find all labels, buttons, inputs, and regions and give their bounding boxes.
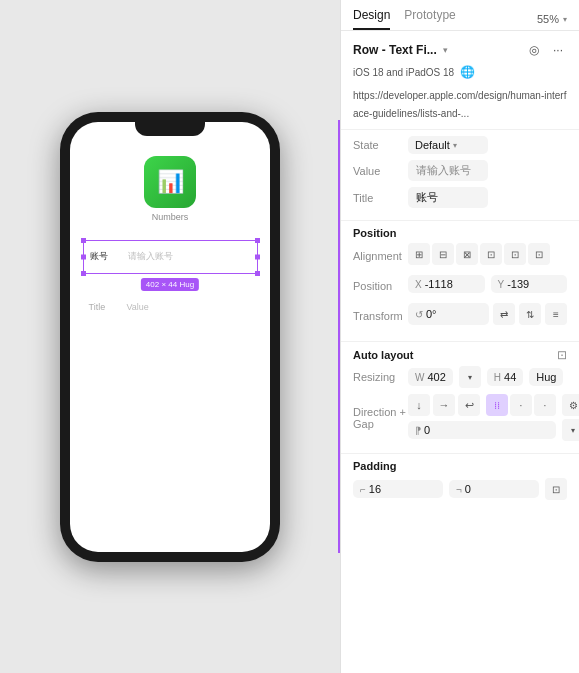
handle-bottom-left[interactable] (81, 271, 86, 276)
align-right-icon[interactable]: ⊠ (456, 243, 478, 265)
transform-label: Transform (353, 310, 408, 322)
dir-down-icon[interactable]: ↓ (408, 394, 430, 416)
selected-component[interactable]: 账号 请输入账号 402 × 44 Hug (83, 240, 258, 274)
w-dropdown-icon[interactable]: ▾ (459, 366, 481, 388)
align-start-icon[interactable]: ⁞⁞ (486, 394, 508, 416)
size-label: 402 × 44 Hug (141, 278, 199, 291)
y-value: -139 (507, 278, 529, 290)
phone-notch (135, 122, 205, 136)
title-icons: ◎ ··· (525, 41, 567, 59)
align-top-icon[interactable]: ⊡ (480, 243, 502, 265)
height-field[interactable]: H 44 (487, 368, 523, 386)
state-control: Default ▾ (408, 136, 567, 154)
transform-row: Transform ↺ 0° ⇄ ⇅ ≡ (353, 303, 567, 329)
title-row: Title 账号 (353, 187, 567, 208)
vertical-guide-line (338, 120, 340, 553)
alignment-buttons: ⊞ ⊟ ⊠ ⊡ ⊡ ⊡ (408, 243, 550, 265)
state-row: State Default ▾ (353, 136, 567, 154)
alignment-label: Alignment (353, 250, 408, 262)
flip-h-icon[interactable]: ⇄ (493, 303, 515, 325)
field-title-text: 账号 (90, 250, 128, 263)
component-title: Row - Text Fi... (353, 43, 437, 57)
angle-field[interactable]: ↺ 0° (408, 303, 489, 325)
settings-icon[interactable]: ⚙ (562, 394, 579, 416)
below-row: Title Value (83, 302, 258, 312)
value-label: Value (353, 165, 408, 177)
position-section-header: Position (341, 220, 579, 241)
layout-align-buttons: ⁞⁞ · · (486, 394, 556, 416)
below-title-text: Title (89, 302, 127, 312)
dir-right-icon[interactable]: → (433, 394, 455, 416)
title-label: Title (353, 192, 408, 204)
handle-mid-left[interactable] (81, 254, 86, 259)
transform-controls: ↺ 0° ⇄ ⇅ ≡ (408, 303, 567, 325)
padding-right-field[interactable]: ¬ 0 (449, 480, 539, 498)
gap-field[interactable]: ⁋ 0 (408, 421, 556, 439)
tab-design[interactable]: Design (353, 8, 390, 30)
x-label: X (415, 279, 422, 290)
link-row: https://developer.apple.com/design/human… (341, 83, 579, 129)
more-transform-icon[interactable]: ≡ (545, 303, 567, 325)
direction-row: Direction + Gap ↓ → ↩ ⁞⁞ · · ⚙ (353, 394, 567, 441)
auto-layout-header: Auto layout ⊡ (341, 341, 579, 364)
auto-layout-expand-icon[interactable]: ⊡ (557, 348, 567, 362)
auto-layout-section: Resizing W 402 ▾ H 44 Hug Direction + Ga… (341, 364, 579, 453)
h-value: 44 (504, 371, 516, 383)
tab-prototype[interactable]: Prototype (404, 8, 455, 30)
align-left-icon[interactable]: ⊞ (408, 243, 430, 265)
gap-row: ⁋ 0 ▾ (408, 419, 579, 441)
x-field[interactable]: X -1118 (408, 275, 485, 293)
tabs-bar: Design Prototype 55% ▾ (341, 0, 579, 31)
padding-left-field[interactable]: ⌐ 16 (353, 480, 443, 498)
resizing-row: Resizing W 402 ▾ H 44 Hug (353, 366, 567, 388)
padding-left-icon: ⌐ (360, 484, 366, 495)
app-icon: 📊 (144, 156, 196, 208)
zoom-group: 55% ▾ (537, 13, 567, 25)
expand-padding-icon[interactable]: ⊡ (545, 478, 567, 500)
flip-v-icon[interactable]: ⇅ (519, 303, 541, 325)
phone-screen: 📊 Numbers 账号 请输入账号 402 × 44 Hug (70, 122, 270, 552)
ios-row: iOS 18 and iPadOS 18 🌐 (341, 63, 579, 83)
handle-top-right[interactable] (255, 238, 260, 243)
align-center-icon[interactable]: ⊟ (432, 243, 454, 265)
padding-right-icon: ¬ (456, 484, 462, 495)
value-chip[interactable]: 请输入账号 (408, 160, 488, 181)
chevron-down-icon-title[interactable]: ▾ (443, 45, 448, 55)
gap-icon: ⁋ (415, 425, 421, 436)
hug-badge[interactable]: Hug (529, 368, 563, 386)
dir-wrap-icon[interactable]: ↩ (458, 394, 480, 416)
padding-header: Padding (341, 453, 579, 474)
gap-dropdown-icon[interactable]: ▾ (562, 419, 579, 441)
align-end-icon[interactable]: · (534, 394, 556, 416)
ios-badge: iOS 18 and iPadOS 18 (353, 67, 454, 78)
resize-controls: W 402 ▾ H 44 Hug (408, 366, 567, 388)
state-dropdown[interactable]: Default ▾ (408, 136, 488, 154)
phone-mockup: 📊 Numbers 账号 请输入账号 402 × 44 Hug (60, 112, 280, 562)
chevron-down-icon[interactable]: ▾ (563, 15, 567, 24)
y-field[interactable]: Y -139 (491, 275, 568, 293)
value-control: 请输入账号 (408, 160, 567, 181)
align-center-h-icon[interactable]: · (510, 394, 532, 416)
component-title-row: Row - Text Fi... ▾ ◎ ··· (341, 31, 579, 63)
field-value-text: 请输入账号 (128, 250, 251, 263)
handle-mid-right[interactable] (255, 254, 260, 259)
component-link[interactable]: https://developer.apple.com/design/human… (353, 90, 566, 119)
canvas-area: 📊 Numbers 账号 请输入账号 402 × 44 Hug (0, 0, 340, 673)
state-section: State Default ▾ Value 请输入账号 Title 账号 (341, 129, 579, 220)
more-icon[interactable]: ··· (549, 41, 567, 59)
direction-controls: ↓ → ↩ ⁞⁞ · · ⚙ ⁋ 0 ▾ (408, 394, 579, 441)
target-icon[interactable]: ◎ (525, 41, 543, 59)
position-title: Position (353, 227, 396, 239)
handle-top-left[interactable] (81, 238, 86, 243)
title-chip[interactable]: 账号 (408, 187, 488, 208)
width-field[interactable]: W 402 (408, 368, 453, 386)
handle-bottom-right[interactable] (255, 271, 260, 276)
w-label: W (415, 372, 424, 383)
direction-alignment-row: ↓ → ↩ ⁞⁞ · · ⚙ (408, 394, 579, 416)
chart-icon: 📊 (157, 169, 184, 195)
align-mid-icon[interactable]: ⊡ (504, 243, 526, 265)
align-bottom-icon[interactable]: ⊡ (528, 243, 550, 265)
below-value-text: Value (127, 302, 149, 312)
globe-icon[interactable]: 🌐 (460, 65, 475, 79)
state-dropdown-arrow: ▾ (453, 141, 457, 150)
